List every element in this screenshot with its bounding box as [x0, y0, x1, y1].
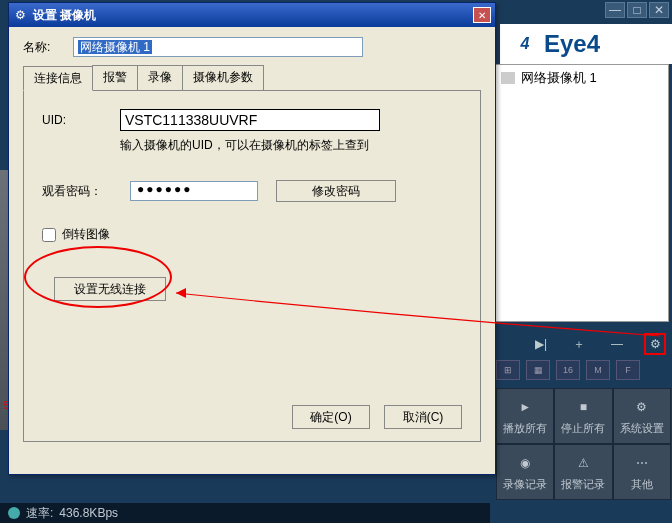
tab-camera-params[interactable]: 摄像机参数	[182, 65, 264, 90]
maximize-button[interactable]: □	[627, 2, 647, 18]
minimize-button[interactable]: —	[605, 2, 625, 18]
record-icon: ◉	[514, 453, 536, 473]
dialog-title: 设置 摄像机	[33, 7, 467, 24]
other-button[interactable]: ⋯ 其他	[613, 444, 671, 500]
change-password-button[interactable]: 修改密码	[276, 180, 396, 202]
cancel-button[interactable]: 取消(C)	[384, 405, 462, 429]
status-rate-value: 436.8KBps	[59, 506, 118, 520]
device-label: 网络摄像机 1	[521, 69, 597, 87]
tab-record[interactable]: 录像	[137, 65, 183, 90]
camera-name-input[interactable]: 网络摄像机 1	[73, 37, 363, 57]
layout-4-button[interactable]: ▦	[526, 360, 550, 380]
record-log-label: 录像记录	[503, 477, 547, 492]
flip-image-label: 倒转图像	[62, 226, 110, 243]
status-bar: 速率: 436.8KBps	[0, 503, 490, 523]
camera-settings-dialog: ⚙ 设置 摄像机 ✕ 名称: 网络摄像机 1 连接信息 报警 录像 摄像机参数 …	[8, 2, 496, 475]
tab-alarm[interactable]: 报警	[92, 65, 138, 90]
record-log-button[interactable]: ◉ 录像记录	[496, 444, 554, 500]
password-input[interactable]: ●●●●●●	[130, 181, 258, 201]
tab-connection[interactable]: 连接信息	[23, 66, 93, 91]
alarm-icon: ⚠	[572, 453, 594, 473]
dialog-close-button[interactable]: ✕	[473, 7, 491, 23]
status-rate-label: 速率:	[26, 505, 53, 522]
uid-label: UID:	[42, 113, 102, 127]
device-settings-button[interactable]: ⚙	[644, 333, 666, 355]
gear-icon: ⚙	[631, 397, 653, 417]
more-icon: ⋯	[631, 453, 653, 473]
stop-all-icon: ■	[572, 397, 594, 417]
logo-strip: 4 Eye4	[500, 24, 672, 64]
play-pause-button[interactable]: ▶|	[530, 333, 552, 355]
wireless-setup-button[interactable]: 设置无线连接	[54, 277, 166, 301]
main-window-controls: — □ ✕	[605, 2, 669, 18]
device-list-panel: 网络摄像机 1	[494, 64, 669, 322]
play-all-button[interactable]: ► 播放所有	[496, 388, 554, 444]
remove-device-button[interactable]: —	[606, 333, 628, 355]
other-label: 其他	[631, 477, 653, 492]
device-toolbar: ▶| ＋ — ⚙	[496, 330, 672, 358]
play-all-icon: ►	[514, 397, 536, 417]
ok-button[interactable]: 确定(O)	[292, 405, 370, 429]
video-edge	[0, 170, 8, 430]
layout-m-button[interactable]: M	[586, 360, 610, 380]
uid-hint: 输入摄像机的UID，可以在摄像机的标签上查到	[120, 137, 462, 154]
brand-name: Eye4	[544, 30, 600, 58]
alarm-log-button[interactable]: ⚠ 报警记录	[554, 444, 612, 500]
stop-all-label: 停止所有	[561, 421, 605, 436]
dialog-body: 名称: 网络摄像机 1 连接信息 报警 录像 摄像机参数 UID: 输入摄像机的…	[9, 27, 495, 452]
name-label: 名称:	[23, 39, 63, 56]
tab-panel-connection: UID: 输入摄像机的UID，可以在摄像机的标签上查到 观看密码： ●●●●●●…	[23, 90, 481, 442]
tab-bar: 连接信息 报警 录像 摄像机参数	[23, 65, 481, 90]
stop-all-button[interactable]: ■ 停止所有	[554, 388, 612, 444]
brand-logo-icon: 4	[512, 31, 538, 57]
system-settings-button[interactable]: ⚙ 系统设置	[613, 388, 671, 444]
camera-name-value: 网络摄像机 1	[78, 40, 152, 54]
alarm-log-label: 报警记录	[561, 477, 605, 492]
device-list-item[interactable]: 网络摄像机 1	[495, 65, 668, 91]
layout-16-button[interactable]: 16	[556, 360, 580, 380]
camera-icon	[501, 72, 515, 84]
action-grid: ► 播放所有 ■ 停止所有 ⚙ 系统设置 ◉ 录像记录 ⚠ 报警记录 ⋯	[496, 388, 671, 500]
layout-buttons: ⊞ ▦ 16 M F	[496, 360, 640, 380]
layout-f-button[interactable]: F	[616, 360, 640, 380]
gear-icon: ⚙	[13, 8, 27, 22]
play-all-label: 播放所有	[503, 421, 547, 436]
globe-icon	[8, 507, 20, 519]
add-device-button[interactable]: ＋	[568, 333, 590, 355]
dialog-titlebar[interactable]: ⚙ 设置 摄像机 ✕	[9, 3, 495, 27]
close-button[interactable]: ✕	[649, 2, 669, 18]
system-settings-label: 系统设置	[620, 421, 664, 436]
password-label: 观看密码：	[42, 183, 112, 200]
layout-1-button[interactable]: ⊞	[496, 360, 520, 380]
uid-input[interactable]	[120, 109, 380, 131]
flip-image-checkbox[interactable]	[42, 228, 56, 242]
